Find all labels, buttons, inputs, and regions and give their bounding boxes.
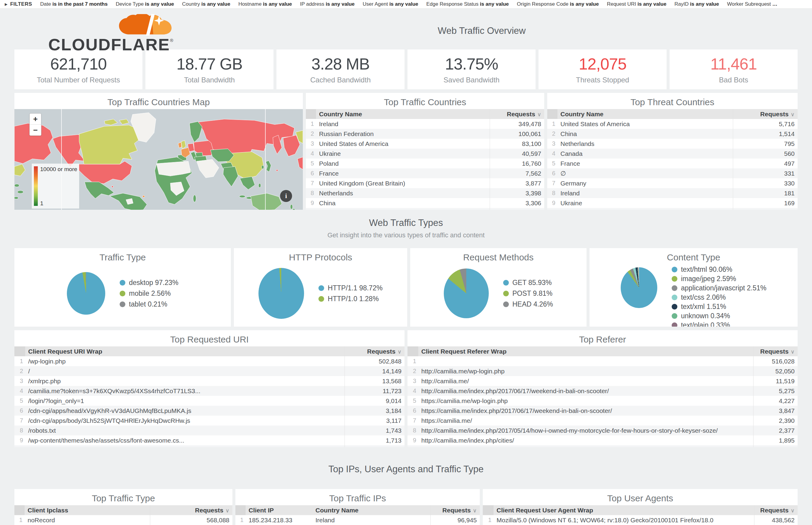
filter-chip[interactable]: Request URI is any value (607, 1, 666, 7)
requests-cell: 169 (733, 198, 798, 208)
filter-chip[interactable]: Date is in the past 7 months (40, 1, 108, 7)
table-index-header (547, 109, 558, 119)
table-row[interactable]: 1Mozilla/5.0 (Windows NT 6.1; WOW64; rv:… (483, 515, 798, 525)
table-row[interactable]: 2China1,514 (547, 129, 798, 139)
table-row[interactable]: 3http://camilia.me/11,519 (408, 376, 798, 386)
table-row[interactable]: 10Canada3,245 (306, 208, 544, 210)
table-row[interactable]: 9China3,306 (306, 198, 544, 208)
table-row[interactable]: 6France7,562 (306, 168, 544, 178)
sort-column-header[interactable]: Requests∨ (344, 346, 404, 356)
sort-column-header[interactable]: Requests∨ (430, 505, 480, 515)
stat-value: 621,710 (50, 55, 106, 73)
sort-column-header[interactable]: Requests∨ (150, 505, 232, 515)
table-row[interactable]: 10/wp-content/themes/ashe/style.css?v=1.… (14, 445, 404, 447)
table-row[interactable]: 4Ukraine40,597 (306, 149, 544, 159)
table-row[interactable]: 3Netherlands795 (547, 139, 798, 149)
top-referer-card: Top Referer Client Request Referer WrapR… (408, 330, 798, 447)
filter-chip[interactable]: User Agent is any value (363, 1, 418, 7)
filter-chip[interactable]: Device Type is any value (116, 1, 174, 7)
filter-chip[interactable]: Edge Response Status is any value (426, 1, 509, 7)
table-row[interactable]: 1Ireland349,478 (306, 119, 544, 129)
filter-chip[interactable]: Country is any value (182, 1, 230, 7)
sort-column-header[interactable]: Requests∨ (490, 109, 544, 119)
table-row[interactable]: 1/wp-login.php502,848 (14, 356, 404, 366)
table-row[interactable]: 7United Kingdom (Great Britain)3,877 (306, 178, 544, 188)
table-row[interactable]: 2http://camilia.me/wp-login.php52,050 (408, 366, 798, 376)
requests-cell: 516,028 (753, 356, 798, 366)
table-row[interactable]: 6∅331 (547, 168, 798, 178)
table-row[interactable]: 5France497 (547, 159, 798, 168)
value-cell: https://camilia.me/wp-login.php (418, 396, 753, 406)
table-row[interactable]: 1185.234.218.33Ireland96,945 (235, 515, 480, 525)
table-row[interactable]: 4Canada560 (547, 149, 798, 159)
table-row[interactable]: 10Singapore158 (547, 208, 798, 210)
requests-cell: 1,713 (344, 435, 404, 445)
legend-label: HTTP/1.0 1.28% (328, 295, 379, 303)
http-protocols-pie-chart[interactable] (259, 268, 304, 319)
filter-field: Country (182, 1, 201, 7)
table-row[interactable]: 2/14,149 (14, 366, 404, 376)
sort-column-header[interactable]: Requests∨ (753, 346, 798, 356)
table-row[interactable]: 5Poland16,760 (306, 159, 544, 168)
filter-chip[interactable]: Worker Subrequest … (727, 1, 778, 7)
filters-toggle[interactable]: ▶ FILTERS (5, 1, 32, 7)
table-row[interactable]: 3/xmlrpc.php13,568 (14, 376, 404, 386)
zoom-out-button[interactable]: − (30, 124, 41, 135)
http-protocols-card: HTTP Protocols HTTP/1.1 98.72%HTTP/1.0 1… (234, 248, 407, 327)
table-row[interactable]: 10http://camilia.me/index.php/about/1,47… (408, 445, 798, 447)
table-row[interactable]: 2Russian Federation100,061 (306, 129, 544, 139)
filter-chip[interactable]: RayID is any value (674, 1, 719, 7)
table-row[interactable]: 6https://camilia.me/index.php/2017/06/17… (408, 406, 798, 416)
table-row[interactable]: 9/wp-content/themes/ashe/assets/css/font… (14, 435, 404, 445)
table-row[interactable]: 8/robots.txt1,743 (14, 425, 404, 435)
requests-cell: 560 (733, 149, 798, 159)
table-row[interactable]: 4/camilia.me?token=s3+7k6XQvKwzp5/4XSs4r… (14, 386, 404, 396)
table-row[interactable]: 9Ukraine169 (547, 198, 798, 208)
requests-cell: 40,597 (490, 149, 544, 159)
legend-item: HEAD 4.26% (503, 300, 553, 308)
sort-column-header[interactable]: Requests∨ (754, 505, 798, 515)
table-row[interactable]: 8Ireland181 (547, 188, 798, 198)
requests-cell: 4,227 (753, 396, 798, 406)
map-info-icon[interactable]: i (280, 190, 292, 202)
table-row[interactable]: 7/cdn-cgi/apps/body/3Lh52SjWTQ4HRlErJykH… (14, 416, 404, 425)
value-cell: /xmlrpc.php (25, 376, 344, 386)
content-type-pie-chart[interactable] (621, 267, 657, 308)
table-row[interactable]: 7https://camilia.me/2,390 (408, 416, 798, 425)
request-methods-pie-chart[interactable] (444, 269, 489, 318)
row-index: 5 (306, 159, 316, 168)
table-row[interactable]: 5/login/?login_only=19,014 (14, 396, 404, 406)
world-map[interactable]: + − 10000 or more 1 i (14, 109, 303, 210)
row-index: 10 (306, 208, 316, 210)
table-row[interactable]: 1noRecord568,088 (14, 515, 232, 525)
value-cell: Ireland (316, 119, 490, 129)
value-cell: http://camilia.me/index.php/cities/ (418, 435, 753, 445)
top-traffic-ips-table: Client IPCountry NameRequests∨1185.234.2… (235, 505, 480, 525)
stat-value: 11,461 (710, 55, 757, 73)
row-index: 10 (547, 208, 558, 210)
value-cell: Russian Federation (316, 129, 490, 139)
table-row[interactable]: 1United States of America5,716 (547, 119, 798, 129)
table-row[interactable]: 4http://camilia.me/index.php/2017/06/17/… (408, 386, 798, 396)
top-user-agents-table: Client Request User Agent WrapRequests∨1… (483, 505, 798, 525)
sort-column-header[interactable]: Requests∨ (733, 109, 798, 119)
filter-chip[interactable]: Hostname is any value (238, 1, 292, 7)
filter-chip[interactable]: IP address is any value (300, 1, 354, 7)
row-index: 10 (14, 445, 25, 447)
sort-caret-icon: ∨ (398, 349, 401, 355)
table-row[interactable]: 1516,028 (408, 356, 798, 366)
table-row[interactable]: 8Netherlands3,398 (306, 188, 544, 198)
traffic-type-pie-chart[interactable] (67, 272, 105, 315)
filter-value: … (772, 1, 778, 7)
table-row[interactable]: 7Germany330 (547, 178, 798, 188)
value-cell: Netherlands (558, 139, 733, 149)
zoom-in-button[interactable]: + (30, 114, 41, 124)
table-row[interactable]: 6/cdn-cgi/apps/head/xVgyKhR-vV3dAUGhMqfB… (14, 406, 404, 416)
value-cell: 185.234.218.33 (246, 515, 312, 525)
table-row[interactable]: 9http://camilia.me/index.php/cities/1,89… (408, 435, 798, 445)
sort-caret-icon: ∨ (791, 508, 795, 514)
table-row[interactable]: 3United States of America83,100 (306, 139, 544, 149)
filter-chip[interactable]: Origin Response Code is any value (517, 1, 599, 7)
table-row[interactable]: 8http://camilia.me/index.php/2017/05/14/… (408, 425, 798, 435)
table-row[interactable]: 5https://camilia.me/wp-login.php4,227 (408, 396, 798, 406)
